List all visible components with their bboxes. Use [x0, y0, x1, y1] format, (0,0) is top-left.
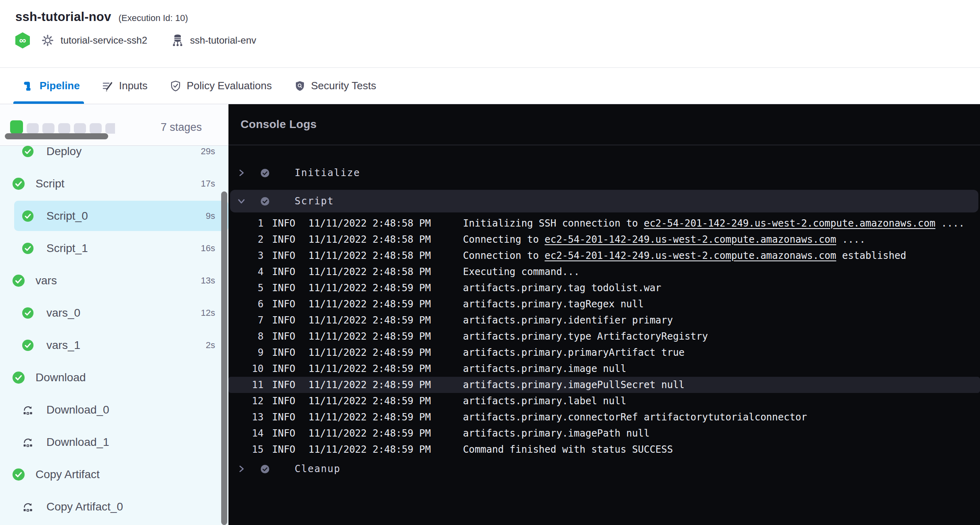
success-check-icon: [13, 178, 25, 190]
check-circle-icon: [260, 197, 270, 206]
stage-item-duration: 12s: [201, 308, 215, 318]
log-timestamp: 11/11/2022 2:48:59 PM: [308, 412, 431, 423]
log-section-initialize[interactable]: Initialize: [230, 162, 978, 184]
stage-item-vars[interactable]: vars13s: [0, 265, 228, 297]
stage-item-vars_0[interactable]: vars_012s: [0, 297, 228, 329]
stage-item-script_1[interactable]: Script_116s: [0, 232, 228, 265]
log-line[interactable]: 4INFO11/11/2022 2:48:58 PMExecuting comm…: [228, 264, 980, 280]
log-level: INFO: [272, 444, 296, 455]
log-line-number: 9: [228, 347, 264, 358]
log-timestamp: 11/11/2022 2:48:58 PM: [308, 234, 431, 245]
stage-item-download_1[interactable]: Download_1: [0, 426, 228, 458]
log-section-title: Initialize: [295, 167, 360, 178]
stage-item-duration: 16s: [201, 243, 215, 254]
stage-item-label: Script: [36, 177, 65, 190]
log-timestamp: 11/11/2022 2:48:59 PM: [308, 428, 431, 439]
environment-name[interactable]: ssh-tutorial-env: [190, 35, 256, 46]
log-line-number: 15: [228, 444, 264, 455]
log-link[interactable]: ec2-54-201-142-249.us-west-2.compute.ama…: [544, 234, 836, 245]
success-check-icon: [22, 307, 34, 319]
log-line-number: 13: [228, 412, 264, 423]
stage-item-copy-artifact_0[interactable]: Copy Artifact_0: [0, 491, 228, 523]
log-level: INFO: [272, 218, 296, 229]
log-timestamp: 11/11/2022 2:48:59 PM: [308, 282, 431, 294]
log-line[interactable]: 11INFO11/11/2022 2:48:59 PMartifacts.pri…: [228, 377, 980, 393]
stage-item-script_0[interactable]: Script_09s: [0, 200, 228, 232]
tab-pipeline[interactable]: Pipeline: [22, 68, 80, 104]
title-row: ssh-tutorial-nov (Execution Id: 10): [15, 10, 980, 24]
log-level: INFO: [272, 347, 296, 358]
log-line-number: 6: [228, 298, 264, 310]
tab-inputs[interactable]: Inputs: [102, 68, 148, 104]
stage-item-label: vars_1: [46, 339, 80, 352]
pipeline-icon: [22, 80, 34, 92]
log-line[interactable]: 2INFO11/11/2022 2:48:58 PMConnecting to …: [228, 231, 980, 248]
log-line[interactable]: 1INFO11/11/2022 2:48:58 PMInitializing S…: [228, 215, 980, 231]
pipeline-execution-page: ssh-tutorial-nov (Execution Id: 10) ∞ tu…: [0, 0, 980, 525]
log-message: artifacts.primary.image null: [463, 363, 980, 374]
log-text: Connection to: [463, 250, 544, 261]
stage-list-vertical-scrollbar[interactable]: [221, 191, 227, 525]
stage-block-pending: [42, 123, 54, 134]
chevron-right-icon[interactable]: [237, 464, 246, 474]
stage-item-copy-artifact[interactable]: Copy Artifact: [0, 458, 228, 491]
stage-item-deploy[interactable]: Deploy29s: [0, 146, 228, 168]
log-text: artifacts.primary.image null: [463, 363, 626, 374]
console-title: Console Logs: [241, 118, 317, 131]
log-link[interactable]: ec2-54-201-142-249.us-west-2.compute.ama…: [544, 250, 836, 261]
service-name[interactable]: tutorial-service-ssh2: [61, 35, 147, 46]
command-step-icon: [22, 404, 34, 416]
log-level: INFO: [272, 250, 296, 261]
log-message: Command finished with status SUCCESS: [463, 444, 980, 455]
log-section-script[interactable]: Script: [230, 190, 978, 212]
log-timestamp: 11/11/2022 2:48:58 PM: [308, 250, 431, 261]
console-log-viewer: InitializeScript1INFO11/11/2022 2:48:58 …: [228, 145, 980, 525]
log-line[interactable]: 8INFO11/11/2022 2:48:59 PMartifacts.prim…: [228, 328, 980, 344]
log-level: INFO: [272, 282, 296, 294]
log-line[interactable]: 15INFO11/11/2022 2:48:59 PMCommand finis…: [228, 441, 980, 458]
stage-item-label: Download: [36, 371, 86, 384]
cd-hexagon-infinity-icon: ∞: [15, 32, 30, 48]
log-level: INFO: [272, 412, 296, 423]
stage-graph-horizontal-scrollbar[interactable]: [5, 133, 108, 139]
check-circle-icon: [260, 168, 270, 178]
stage-item-vars_1[interactable]: vars_12s: [0, 329, 228, 361]
log-timestamp: 11/11/2022 2:48:59 PM: [308, 347, 431, 358]
log-link[interactable]: ec2-54-201-142-249.us-west-2.compute.ama…: [644, 218, 935, 229]
log-text: artifacts.primary.tag todolist.war: [463, 282, 661, 294]
log-line[interactable]: 12INFO11/11/2022 2:48:59 PMartifacts.pri…: [228, 393, 980, 409]
execution-meta-row: ∞ tutorial-service-ssh2: [15, 32, 980, 48]
log-section-cleanup[interactable]: Cleanup: [230, 458, 978, 480]
log-message: Executing command...: [463, 266, 980, 277]
chevron-right-icon[interactable]: [237, 168, 246, 178]
log-line[interactable]: 13INFO11/11/2022 2:48:59 PMartifacts.pri…: [228, 409, 980, 425]
log-text: artifacts.primary.tagRegex null: [463, 298, 644, 310]
log-text: Connecting to: [463, 234, 544, 245]
log-text: artifacts.primary.connectorRef artifacto…: [463, 412, 807, 423]
stage-item-download[interactable]: Download: [0, 361, 228, 394]
tab-policy-evaluations[interactable]: Policy Evaluations: [170, 68, 272, 104]
log-line[interactable]: 7INFO11/11/2022 2:48:59 PMartifacts.prim…: [228, 312, 980, 328]
chevron-down-icon[interactable]: [237, 196, 246, 206]
log-level: INFO: [272, 428, 296, 439]
stage-item-script[interactable]: Script17s: [0, 168, 228, 200]
log-line[interactable]: 10INFO11/11/2022 2:48:59 PMartifacts.pri…: [228, 361, 980, 377]
log-line[interactable]: 3INFO11/11/2022 2:48:58 PMConnection to …: [228, 248, 980, 264]
tab-security-tests[interactable]: Security Tests: [294, 68, 376, 104]
inputs-icon: [102, 80, 114, 92]
log-message: artifacts.primary.identifier primary: [463, 315, 980, 326]
log-line[interactable]: 9INFO11/11/2022 2:48:59 PMartifacts.prim…: [228, 344, 980, 361]
log-timestamp: 11/11/2022 2:48:59 PM: [308, 363, 431, 374]
console-header: Console Logs: [228, 104, 980, 145]
stage-item-duration: 2s: [206, 340, 215, 351]
command-step-icon: [22, 437, 34, 448]
stage-item-label: Copy Artifact: [36, 468, 100, 481]
stage-item-download_0[interactable]: Download_0: [0, 394, 228, 426]
gear-icon: [41, 34, 54, 47]
log-line[interactable]: 6INFO11/11/2022 2:48:59 PMartifacts.prim…: [228, 296, 980, 312]
log-timestamp: 11/11/2022 2:48:59 PM: [308, 315, 431, 326]
log-line[interactable]: 5INFO11/11/2022 2:48:59 PMartifacts.prim…: [228, 280, 980, 296]
log-line[interactable]: 14INFO11/11/2022 2:48:59 PMartifacts.pri…: [228, 425, 980, 441]
log-level: INFO: [272, 234, 296, 245]
success-check-icon: [13, 275, 25, 287]
